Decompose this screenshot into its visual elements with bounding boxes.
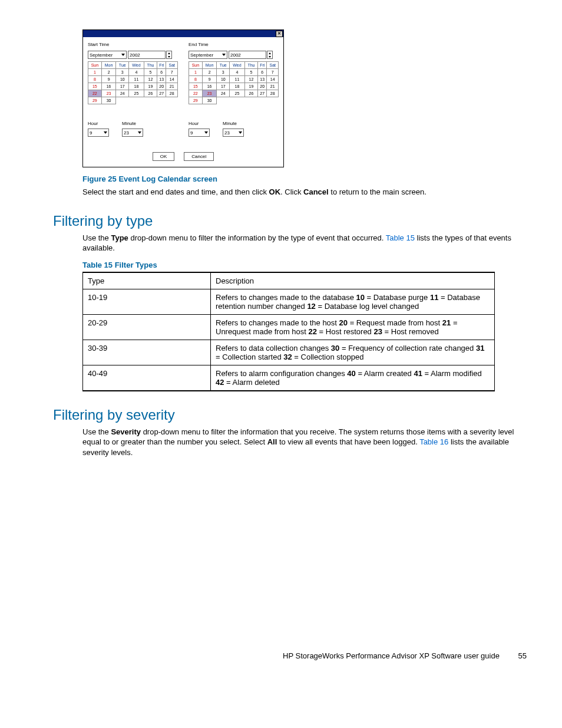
calendar-day[interactable]: 23 xyxy=(101,90,116,97)
page-number: 55 xyxy=(518,651,527,660)
end-minute-dropdown[interactable]: 23 xyxy=(223,129,244,137)
start-calendar[interactable]: SunMonTueWedThuFriSat1234567891011121314… xyxy=(88,61,178,104)
calendar-day[interactable]: 24 xyxy=(116,90,129,97)
calendar-day[interactable]: 19 xyxy=(144,83,157,90)
calendar-empty xyxy=(116,97,129,104)
calendar-day[interactable]: 8 xyxy=(189,76,203,83)
calendar-day[interactable]: 29 xyxy=(189,97,203,104)
calendar-dow: Fri xyxy=(257,62,267,69)
calendar-day[interactable]: 6 xyxy=(157,69,166,76)
calendar-day[interactable]: 12 xyxy=(144,76,157,83)
calendar-day[interactable]: 4 xyxy=(230,69,245,76)
calendar-day[interactable]: 10 xyxy=(116,76,129,83)
calendar-day[interactable]: 9 xyxy=(101,76,116,83)
end-time-picker: End Time September 2002 SunMonTueWedThuF… xyxy=(189,41,279,137)
end-time-label: End Time xyxy=(189,42,279,47)
table-16-xref[interactable]: Table 16 xyxy=(419,437,448,446)
calendar-empty xyxy=(244,97,257,104)
calendar-day[interactable]: 17 xyxy=(217,83,230,90)
calendar-day[interactable]: 17 xyxy=(116,83,129,90)
chevron-down-icon xyxy=(239,131,242,134)
start-month-dropdown[interactable]: September xyxy=(88,51,127,59)
calendar-day[interactable]: 6 xyxy=(257,69,267,76)
calendar-empty xyxy=(144,97,157,104)
calendar-day[interactable]: 15 xyxy=(189,83,203,90)
end-year-input[interactable]: 2002 xyxy=(229,51,266,59)
calendar-day[interactable]: 11 xyxy=(129,76,144,83)
start-hour-dropdown[interactable]: 9 xyxy=(88,129,109,137)
calendar-day[interactable]: 21 xyxy=(267,83,279,90)
calendar-day[interactable]: 1 xyxy=(88,69,102,76)
table-cell: Refers to data collection changes 30 = F… xyxy=(211,340,495,365)
end-year-spinner[interactable] xyxy=(267,51,273,59)
calendar-day[interactable]: 4 xyxy=(129,69,144,76)
calendar-day[interactable]: 13 xyxy=(157,76,166,83)
calendar-day[interactable]: 16 xyxy=(101,83,116,90)
calendar-day[interactable]: 19 xyxy=(244,83,257,90)
calendar-day[interactable]: 14 xyxy=(166,76,178,83)
calendar-day[interactable]: 20 xyxy=(257,83,267,90)
calendar-dow: Sat xyxy=(267,62,279,69)
calendar-day[interactable]: 22 xyxy=(189,90,203,97)
calendar-day[interactable]: 26 xyxy=(144,90,157,97)
calendar-day[interactable]: 28 xyxy=(267,90,279,97)
calendar-day[interactable]: 20 xyxy=(157,83,166,90)
calendar-day[interactable]: 23 xyxy=(202,90,217,97)
dialog-titlebar: ✕ xyxy=(83,30,283,37)
cancel-button[interactable]: Cancel xyxy=(184,152,214,161)
calendar-day[interactable]: 3 xyxy=(217,69,230,76)
table-15-xref[interactable]: Table 15 xyxy=(386,233,415,242)
calendar-day[interactable]: 30 xyxy=(101,97,116,104)
start-hour-label: Hour xyxy=(88,121,109,126)
chevron-down-icon xyxy=(138,131,141,134)
table-cell: 20-29 xyxy=(83,314,211,340)
calendar-day[interactable]: 9 xyxy=(202,76,217,83)
start-minute-dropdown[interactable]: 23 xyxy=(122,129,143,137)
chevron-down-icon xyxy=(121,54,125,56)
calendar-day[interactable]: 7 xyxy=(267,69,279,76)
calendar-day[interactable]: 2 xyxy=(101,69,116,76)
calendar-day[interactable]: 24 xyxy=(217,90,230,97)
filtering-by-type-heading: Filtering by type xyxy=(53,213,527,229)
start-hour-value: 9 xyxy=(90,130,92,136)
table-cell: 40-49 xyxy=(83,365,211,391)
calendar-day[interactable]: 7 xyxy=(166,69,178,76)
calendar-day[interactable]: 26 xyxy=(244,90,257,97)
calendar-day[interactable]: 21 xyxy=(166,83,178,90)
calendar-day[interactable]: 8 xyxy=(88,76,102,83)
calendar-day[interactable]: 25 xyxy=(129,90,144,97)
calendar-day[interactable]: 2 xyxy=(202,69,217,76)
calendar-dow: Tue xyxy=(116,62,129,69)
calendar-day[interactable]: 3 xyxy=(116,69,129,76)
calendar-day[interactable]: 14 xyxy=(267,76,279,83)
end-calendar[interactable]: SunMonTueWedThuFriSat1234567891011121314… xyxy=(189,61,279,104)
end-hour-dropdown[interactable]: 9 xyxy=(189,129,210,137)
start-year-input[interactable]: 2002 xyxy=(128,51,166,59)
calendar-day[interactable]: 28 xyxy=(166,90,178,97)
calendar-day[interactable]: 1 xyxy=(189,69,203,76)
calendar-day[interactable]: 10 xyxy=(217,76,230,83)
calendar-dow: Sun xyxy=(189,62,203,69)
calendar-day[interactable]: 13 xyxy=(257,76,267,83)
calendar-day[interactable]: 18 xyxy=(230,83,245,90)
calendar-day[interactable]: 11 xyxy=(230,76,245,83)
calendar-day[interactable]: 16 xyxy=(202,83,217,90)
calendar-day[interactable]: 27 xyxy=(157,90,166,97)
close-icon[interactable]: ✕ xyxy=(276,31,283,37)
end-month-dropdown[interactable]: September xyxy=(189,51,227,59)
calendar-day[interactable]: 29 xyxy=(88,97,102,104)
start-year-spinner[interactable] xyxy=(166,51,172,59)
calendar-dow: Wed xyxy=(230,62,245,69)
start-time-picker: Start Time September 2002 SunMonTueWedTh… xyxy=(88,41,178,137)
calendar-day[interactable]: 12 xyxy=(244,76,257,83)
calendar-day[interactable]: 5 xyxy=(244,69,257,76)
calendar-day[interactable]: 25 xyxy=(230,90,245,97)
calendar-day[interactable]: 15 xyxy=(88,83,102,90)
filtering-by-severity-heading: Filtering by severity xyxy=(53,407,527,423)
ok-button[interactable]: OK xyxy=(153,152,175,161)
calendar-day[interactable]: 27 xyxy=(257,90,267,97)
calendar-day[interactable]: 18 xyxy=(129,83,144,90)
calendar-day[interactable]: 30 xyxy=(202,97,217,104)
calendar-day[interactable]: 22 xyxy=(88,90,102,97)
calendar-day[interactable]: 5 xyxy=(144,69,157,76)
